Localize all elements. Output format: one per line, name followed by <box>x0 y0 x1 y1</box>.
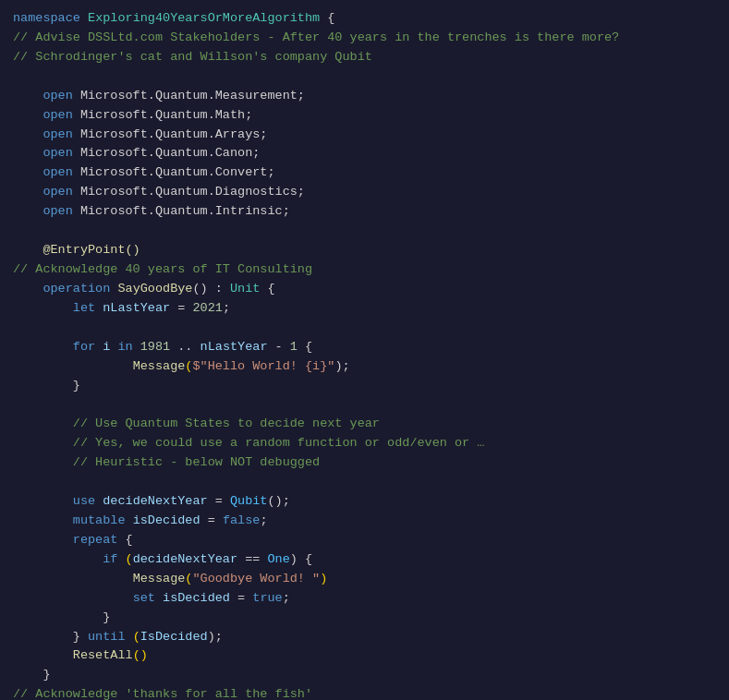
code-line <box>13 319 716 338</box>
code-token: in <box>117 340 132 354</box>
code-token: 2021 <box>192 301 222 315</box>
code-token: true <box>252 591 282 605</box>
code-token: operation <box>43 282 110 296</box>
code-token: (); <box>267 494 289 508</box>
code-token: open <box>43 185 72 199</box>
code-line: namespace Exploring40YearsOrMoreAlgorith… <box>13 9 716 29</box>
code-token: for <box>73 340 95 354</box>
code-token: { <box>117 533 132 547</box>
code-token: repeat <box>73 533 118 547</box>
code-token: ; <box>223 301 230 315</box>
code-token: Microsoft.Quantum.Intrinsic; <box>73 204 290 218</box>
code-token: nLastYear <box>103 301 170 315</box>
code-token: use <box>73 494 95 508</box>
code-token <box>13 552 103 566</box>
code-line: Message("Goodbye World! ") <box>13 570 716 589</box>
code-editor: namespace Exploring40YearsOrMoreAlgorith… <box>0 0 729 700</box>
code-token <box>13 301 73 315</box>
code-token <box>13 340 73 354</box>
code-line: open Microsoft.Quantum.Canon; <box>13 144 716 163</box>
code-token: ( <box>117 552 132 566</box>
code-line: let nLastYear = 2021; <box>13 299 716 319</box>
code-token: Microsoft.Quantum.Canon; <box>73 146 261 160</box>
code-token <box>13 572 133 585</box>
code-token: Microsoft.Quantum.Arrays; <box>73 127 268 141</box>
code-token: // Use Quantum States to decide next yea… <box>73 416 380 430</box>
code-token: } <box>13 668 51 682</box>
code-token: () <box>133 648 148 662</box>
code-line <box>13 67 716 87</box>
code-token: isDecided <box>133 513 200 527</box>
code-line: } <box>13 609 716 628</box>
code-token <box>80 11 88 25</box>
code-token: ) { <box>290 552 312 566</box>
code-token: } <box>13 630 88 644</box>
code-token: decideNextYear <box>103 494 207 508</box>
code-token: $"Hello World! {i}" <box>192 359 334 373</box>
code-token: - <box>268 340 290 354</box>
code-line: open Microsoft.Quantum.Arrays; <box>13 126 716 145</box>
code-token <box>13 436 73 450</box>
code-line: open Microsoft.Quantum.Convert; <box>13 163 716 183</box>
code-token: "Goodbye World! " <box>192 572 320 585</box>
code-token: Microsoft.Quantum.Diagnostics; <box>73 185 305 199</box>
code-line: @EntryPoint() <box>13 241 716 260</box>
code-line: ResetAll() <box>13 646 716 666</box>
code-token: // Acknowledge 40 years of IT Consulting <box>13 262 312 276</box>
code-token <box>13 513 73 527</box>
code-token: { <box>298 340 312 354</box>
code-token: IsDecided <box>140 630 208 644</box>
code-token <box>13 455 73 469</box>
code-token: nLastYear <box>200 340 268 354</box>
code-line: open Microsoft.Quantum.Diagnostics; <box>13 183 716 202</box>
code-token: open <box>43 127 72 141</box>
code-token: Message <box>133 359 186 373</box>
code-line: } <box>13 666 716 685</box>
code-line: } until (IsDecided); <box>13 628 716 647</box>
code-token: // Acknowledge 'thanks for all the fish' <box>13 687 312 700</box>
code-token: decideNextYear <box>133 552 237 566</box>
code-token: Microsoft.Quantum.Measurement; <box>73 89 305 103</box>
code-block: namespace Exploring40YearsOrMoreAlgorith… <box>13 9 716 700</box>
code-token: } <box>13 610 110 624</box>
code-token <box>13 359 133 373</box>
code-line: for i in 1981 .. nLastYear - 1 { <box>13 338 716 357</box>
code-line: // Acknowledge 'thanks for all the fish' <box>13 685 716 700</box>
code-token: { <box>260 282 274 296</box>
code-line: // Acknowledge 40 years of IT Consulting <box>13 260 716 280</box>
code-token <box>155 591 163 605</box>
code-token: if <box>103 552 117 566</box>
code-line: if (decideNextYear == One) { <box>13 550 716 570</box>
code-token: isDecided <box>163 591 230 605</box>
code-token: @EntryPoint() <box>43 243 140 257</box>
code-token <box>13 533 73 547</box>
code-line: operation SayGoodBye() : Unit { <box>13 280 716 299</box>
code-token: ) <box>320 572 327 585</box>
code-token: = <box>170 301 192 315</box>
code-token: 1981 <box>140 340 170 354</box>
code-token: () : <box>192 282 230 296</box>
code-token: until <box>88 630 126 644</box>
code-line: // Heuristic - below NOT debugged <box>13 453 716 473</box>
code-line: open Microsoft.Quantum.Measurement; <box>13 87 716 106</box>
code-token <box>126 513 133 527</box>
code-token <box>13 648 73 662</box>
code-token <box>133 340 140 354</box>
code-token: Exploring40YearsOrMoreAlgorithm <box>88 11 320 25</box>
code-token: = <box>200 513 223 527</box>
code-token: function <box>298 436 358 450</box>
code-line: // Schrodinger's cat and Willson's compa… <box>13 48 716 67</box>
code-token: ); <box>334 359 349 373</box>
code-token: .. <box>170 340 200 354</box>
code-token: namespace <box>13 11 80 25</box>
code-token: ; <box>260 513 267 527</box>
code-line <box>13 395 716 415</box>
code-token: open <box>43 204 72 218</box>
code-token <box>13 165 43 179</box>
code-line: // Advise DSSLtd.com Stakeholders - Afte… <box>13 29 716 48</box>
code-token <box>13 185 43 199</box>
code-token <box>13 204 43 218</box>
code-token: = <box>208 494 230 508</box>
code-token <box>13 416 73 430</box>
code-token: { <box>320 11 334 25</box>
